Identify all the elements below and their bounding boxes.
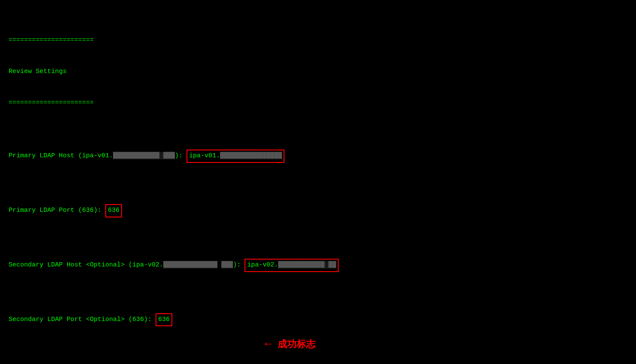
line-primary-host: Primary LDAP Host (ipa-v01.████████████ … xyxy=(9,150,627,163)
terminal-window: ====================== Review Settings =… xyxy=(9,4,627,364)
separator-line-2: ====================== xyxy=(9,98,627,109)
line-primary-port: Primary LDAP Port (636): 636 xyxy=(9,204,627,217)
separator-line-1: ====================== xyxy=(9,35,627,46)
arrow-icon: ← xyxy=(262,334,274,354)
line-secondary-host: Secondary LDAP Host <Optional> (ipa-v02.… xyxy=(9,259,627,272)
review-settings-title: Review Settings xyxy=(9,67,627,77)
line-secondary-port: Secondary LDAP Port <Optional> (636): 63… xyxy=(9,313,627,327)
success-annotation: ← 成功标志 xyxy=(262,334,315,354)
annotation-label: 成功标志 xyxy=(278,336,315,352)
